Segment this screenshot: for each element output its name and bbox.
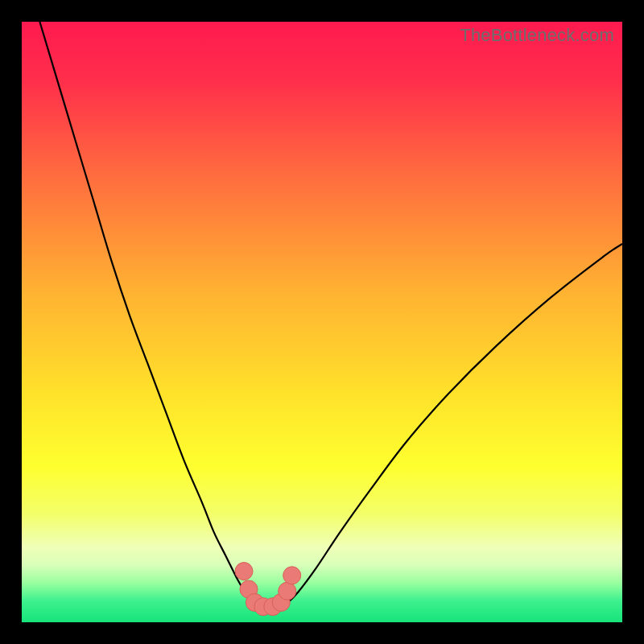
outer-frame: TheBottleneck.com	[0, 0, 644, 644]
valley-marker	[279, 582, 296, 600]
curve-right-branch	[286, 244, 622, 605]
curve-left-branch	[39, 22, 253, 605]
plot-area: TheBottleneck.com	[22, 22, 622, 622]
watermark-text: TheBottleneck.com	[460, 25, 614, 46]
valley-marker	[235, 563, 253, 580]
valley-marker	[283, 567, 301, 584]
curve-layer	[22, 22, 622, 622]
marker-group	[235, 563, 301, 616]
